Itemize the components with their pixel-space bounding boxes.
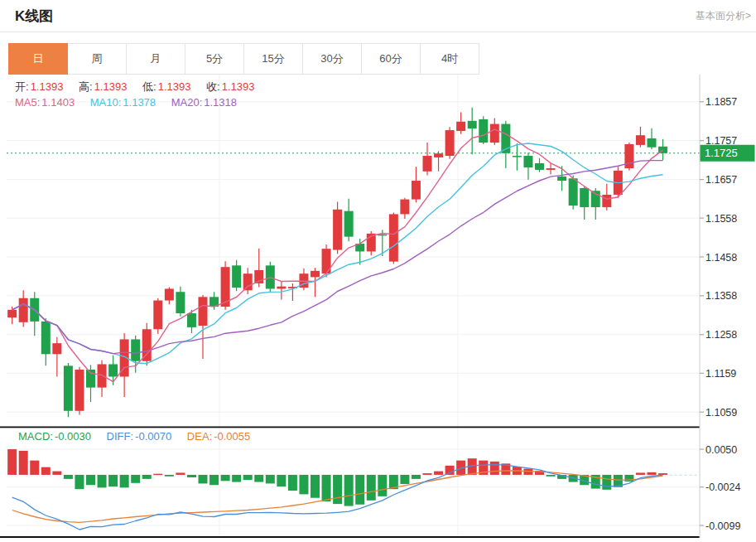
tab-15分[interactable]: 15分 <box>244 43 303 75</box>
fundamental-analysis-link[interactable]: 基本面分析> <box>696 9 751 23</box>
tab-日[interactable]: 日 <box>8 43 68 75</box>
candle-down <box>580 188 589 207</box>
candle-up <box>19 298 28 322</box>
candle-down <box>131 339 140 361</box>
ma5-value: MA5:1.1403 <box>15 96 75 109</box>
panel-separator <box>0 427 700 428</box>
macd-bar <box>445 466 455 475</box>
macd-bar <box>243 475 253 480</box>
macd-bar <box>658 473 667 475</box>
macd-bar <box>266 475 275 483</box>
tab-周[interactable]: 周 <box>68 43 127 75</box>
candle-up <box>490 124 499 143</box>
candle-up <box>389 214 398 261</box>
axis-label: 1.1059 <box>705 407 737 419</box>
tab-60分[interactable]: 60分 <box>362 43 421 75</box>
macd-bar <box>131 475 140 483</box>
ohlc-open: 开:1.1393 <box>15 80 63 93</box>
macd-bar <box>7 449 17 475</box>
dea-value: DEA:-0.0055 <box>187 430 250 443</box>
candle-up <box>75 370 84 411</box>
macd-bar <box>277 475 286 486</box>
tab-30分[interactable]: 30分 <box>303 43 362 75</box>
candle-down <box>569 178 578 206</box>
macd-bar <box>322 475 331 501</box>
macd-bar <box>153 474 162 476</box>
macd-bar <box>30 461 39 475</box>
candle-up <box>165 288 174 300</box>
macd-bar <box>602 475 611 490</box>
candle-down <box>232 265 241 288</box>
candle-up <box>547 168 556 170</box>
candle-up <box>602 195 611 207</box>
macd-bar <box>142 475 152 479</box>
candle-down <box>513 156 522 157</box>
interval-tabs: 日周月5分15分30分60分4时 <box>8 43 479 75</box>
macd-bar <box>412 475 421 479</box>
axis-label: 1.1358 <box>705 290 737 302</box>
chart-canvas[interactable]: 1.18571.17571.16571.15581.14581.13581.12… <box>0 75 756 542</box>
macd-bar <box>333 475 342 504</box>
candle-up <box>243 273 253 290</box>
macd-bar <box>52 472 61 475</box>
macd-bar <box>434 472 443 475</box>
kline-chart[interactable]: 1.18571.17571.16571.15581.14581.13581.12… <box>0 75 756 542</box>
candle-up <box>98 364 107 387</box>
macd-bar <box>311 475 320 498</box>
candle-down <box>648 138 657 148</box>
macd-bar <box>400 475 409 484</box>
candle-down <box>479 119 488 143</box>
candle-down <box>468 121 477 128</box>
candle-up <box>333 210 342 250</box>
candle-up <box>400 200 409 215</box>
candle-up <box>624 144 633 168</box>
macd-bar <box>490 462 499 475</box>
ohlc-low: 低:1.1393 <box>142 80 190 93</box>
candle-up <box>277 287 286 289</box>
macd-bar <box>288 475 297 491</box>
macd-bar <box>120 475 129 487</box>
candle-up <box>142 329 152 361</box>
macd-bar <box>636 472 645 474</box>
axis-label: 1.1258 <box>705 329 737 341</box>
macd-bar <box>423 473 432 475</box>
candle-down <box>64 365 73 410</box>
candle-down <box>523 156 532 167</box>
tab-月[interactable]: 月 <box>127 43 185 75</box>
candle-down <box>557 177 566 181</box>
macd-bar <box>367 475 376 501</box>
candle-down <box>41 322 51 354</box>
ohlc-close: 收:1.1393 <box>206 80 254 93</box>
macd-bar <box>299 475 308 494</box>
macd-bar <box>75 475 84 489</box>
axis-label: 1.1159 <box>705 368 736 380</box>
candle-up <box>311 271 320 278</box>
tab-5分[interactable]: 5分 <box>185 43 244 75</box>
bottom-axis-line <box>0 536 700 538</box>
diff-value: DIFF:-0.0070 <box>107 430 172 443</box>
macd-bar <box>624 475 633 482</box>
axis-label: 1.1857 <box>705 96 737 108</box>
macd-bar <box>199 475 208 483</box>
candle-up <box>412 181 421 200</box>
ohlc-high: 高:1.1393 <box>79 80 127 93</box>
macd-bar <box>221 475 230 481</box>
macd-bar <box>108 475 118 486</box>
ma5-line <box>12 129 663 382</box>
macd-bar <box>209 475 219 485</box>
tab-4时[interactable]: 4时 <box>421 43 479 75</box>
axis-label: 1.1558 <box>705 213 737 225</box>
macd-bar <box>355 475 364 505</box>
macd-bar <box>378 475 387 496</box>
candle-down <box>344 211 354 237</box>
candle-up <box>423 156 432 172</box>
macd-info: MACD:-0.0030 DIFF:-0.0070 DEA:-0.0055 <box>18 430 262 443</box>
macd-bar <box>98 475 107 487</box>
candle-up <box>445 130 455 156</box>
axis-label: -0.0024 <box>705 482 740 493</box>
candle-up <box>434 153 443 157</box>
candle-down <box>108 364 118 376</box>
macd-bar <box>165 475 174 477</box>
candle-up <box>52 343 61 354</box>
macd-bar <box>648 472 657 475</box>
